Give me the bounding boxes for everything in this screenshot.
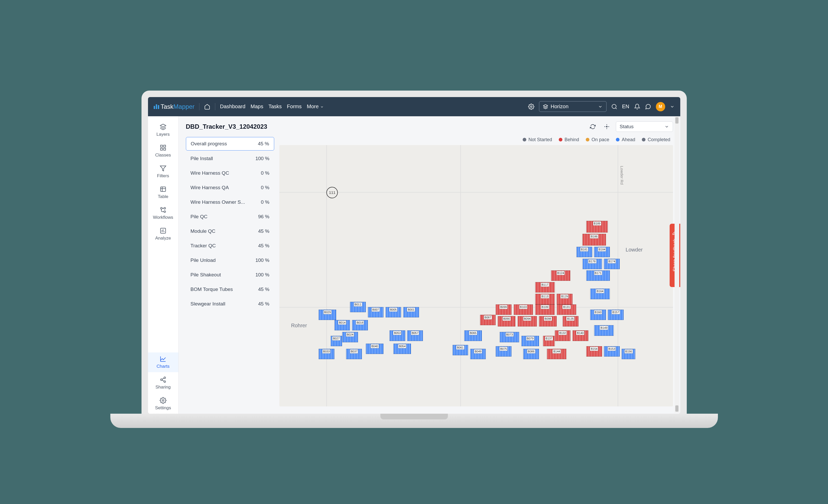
nav-more[interactable]: More bbox=[307, 103, 324, 110]
refresh-button[interactable] bbox=[588, 122, 598, 132]
map-block[interactable]: B099 bbox=[496, 304, 511, 315]
settings-gear-icon[interactable] bbox=[528, 103, 534, 110]
user-avatar[interactable]: M bbox=[656, 102, 665, 111]
center-map-button[interactable] bbox=[602, 122, 612, 132]
map-block[interactable]: B061 bbox=[453, 345, 468, 355]
map-block[interactable]: B005 bbox=[385, 307, 402, 318]
map-block[interactable]: B040 bbox=[366, 344, 383, 354]
map-block[interactable]: B087 bbox=[480, 315, 496, 325]
sidebar-item-workflows[interactable]: Workflows bbox=[148, 204, 178, 223]
map-block[interactable]: B098 bbox=[539, 316, 557, 327]
home-icon[interactable] bbox=[204, 103, 210, 110]
progress-item[interactable]: Pile QC96 % bbox=[186, 210, 274, 223]
map-block[interactable]: B131 bbox=[557, 304, 576, 315]
map-block[interactable]: B160 bbox=[590, 309, 606, 320]
map-block[interactable]: B153 bbox=[604, 346, 620, 356]
map-block[interactable]: B171 bbox=[586, 270, 610, 281]
content-scrollbar[interactable] bbox=[674, 116, 679, 413]
map-block[interactable]: B189 bbox=[586, 221, 608, 233]
project-selector[interactable]: Horizon bbox=[539, 101, 607, 112]
map-block[interactable]: B007 bbox=[368, 307, 384, 318]
progress-item[interactable]: Wire Harness QC0 % bbox=[186, 167, 274, 180]
map-block[interactable]: B140 bbox=[573, 330, 588, 341]
chat-icon[interactable] bbox=[645, 103, 651, 110]
sidebar-item-filters[interactable]: Filters bbox=[148, 162, 178, 182]
app-logo[interactable]: TaskMapper bbox=[154, 103, 195, 110]
map-block[interactable]: B090 bbox=[498, 316, 515, 327]
map-block[interactable]: B132 bbox=[555, 330, 571, 341]
nav-forms[interactable]: Forms bbox=[287, 103, 302, 110]
map-block[interactable]: B149 bbox=[594, 325, 614, 336]
map-block[interactable]: B181 bbox=[576, 247, 592, 257]
progress-item[interactable]: Pile Shakeout100 % bbox=[186, 268, 274, 281]
map-block[interactable]: B129 bbox=[557, 294, 573, 304]
map-block[interactable]: B024 bbox=[342, 332, 358, 342]
search-icon[interactable] bbox=[611, 103, 617, 110]
map-block[interactable]: B057 bbox=[407, 330, 423, 341]
map-block[interactable]: B049 bbox=[470, 349, 486, 359]
map-block[interactable]: B144 bbox=[547, 349, 567, 359]
progress-item[interactable]: Wire Harness Owner S...0 % bbox=[186, 196, 274, 209]
language-toggle[interactable]: EN bbox=[622, 103, 629, 110]
map-block[interactable]: B065 bbox=[464, 330, 482, 341]
nav-maps[interactable]: Maps bbox=[251, 103, 263, 110]
sidebar-item-analyze[interactable]: Analyze bbox=[148, 224, 178, 244]
map-block[interactable]: B054 bbox=[394, 344, 411, 354]
map-block[interactable]: B186 bbox=[582, 234, 606, 246]
sidebar-item-charts[interactable]: Charts bbox=[148, 352, 178, 372]
map-block[interactable]: B011 bbox=[350, 302, 366, 312]
map-block[interactable]: B164 bbox=[590, 289, 610, 299]
status-dropdown-label: Status bbox=[620, 124, 634, 129]
map-block[interactable]: B156 bbox=[622, 349, 635, 359]
progress-item[interactable]: BOM Torque Tubes45 % bbox=[186, 283, 274, 296]
progress-item[interactable]: Slewgear Install45 % bbox=[186, 297, 274, 310]
map-block[interactable]: B033 bbox=[319, 349, 334, 359]
map-block[interactable]: B053 bbox=[389, 330, 405, 341]
chevron-down-icon[interactable] bbox=[670, 104, 674, 109]
progress-panel[interactable]: Overall progress45 %Pile Install100 %Wir… bbox=[186, 137, 274, 407]
progress-item[interactable]: Tracker QC45 % bbox=[186, 239, 274, 252]
map-block[interactable]: B117 bbox=[535, 282, 555, 292]
progress-item[interactable]: Module QC45 % bbox=[186, 225, 274, 238]
map-block[interactable]: B029 bbox=[319, 309, 336, 320]
status-dropdown[interactable]: Status bbox=[616, 121, 673, 132]
nav-tasks[interactable]: Tasks bbox=[268, 103, 282, 110]
progress-value: 45 % bbox=[258, 243, 269, 249]
map-block[interactable]: B037 bbox=[346, 349, 362, 359]
map-block[interactable]: B018 bbox=[352, 320, 368, 330]
map-block[interactable]: B094 bbox=[518, 316, 537, 327]
map-block[interactable]: B079 bbox=[521, 336, 539, 346]
map-block[interactable]: B124 bbox=[551, 270, 571, 281]
map-block[interactable]: B075 bbox=[496, 346, 511, 356]
notifications-icon[interactable] bbox=[634, 103, 640, 110]
sidebar-item-layers[interactable]: Layers bbox=[148, 120, 178, 140]
progress-item[interactable]: Overall progress45 % bbox=[186, 137, 274, 151]
map-block[interactable]: B113 bbox=[535, 294, 555, 304]
map-block[interactable]: B103 bbox=[513, 304, 533, 315]
map-block[interactable]: B073 bbox=[500, 332, 519, 342]
map-block[interactable]: B174 bbox=[604, 259, 620, 269]
progress-value: 100 % bbox=[255, 272, 270, 278]
map-block[interactable]: B137 bbox=[543, 336, 554, 346]
map-block[interactable]: B157 bbox=[608, 309, 624, 320]
map-block[interactable]: B135 bbox=[563, 316, 578, 327]
sidebar-item-classes[interactable]: Classes bbox=[148, 141, 178, 161]
map-block[interactable]: B178 bbox=[582, 259, 602, 269]
progress-item[interactable]: Pile Unload100 % bbox=[186, 254, 274, 267]
map-block[interactable]: B109 bbox=[535, 304, 555, 315]
chevron-down-icon bbox=[598, 104, 603, 109]
map-block[interactable]: B027 bbox=[331, 336, 342, 346]
map-block[interactable]: B086 bbox=[523, 349, 539, 359]
map-block[interactable]: B184 bbox=[594, 247, 610, 257]
sidebar-item-sharing[interactable]: Sharing bbox=[148, 373, 178, 393]
map-block[interactable]: B001 bbox=[403, 307, 419, 318]
map-block[interactable]: B014 bbox=[334, 320, 350, 330]
progress-item[interactable]: Wire Harness QA0 % bbox=[186, 181, 274, 194]
progress-item[interactable]: Pile Install100 % bbox=[186, 152, 274, 165]
map-block[interactable]: B154 bbox=[586, 346, 602, 356]
sidebar-item-table[interactable]: Table bbox=[148, 183, 178, 202]
map-canvas[interactable]: 111 Rohrer Lowder Lowder Rd B189B186B181… bbox=[279, 145, 673, 407]
nav-dashboard[interactable]: Dashboard bbox=[220, 103, 245, 110]
progress-value: 0 % bbox=[261, 170, 270, 176]
sidebar-item-settings[interactable]: Settings bbox=[148, 394, 178, 414]
